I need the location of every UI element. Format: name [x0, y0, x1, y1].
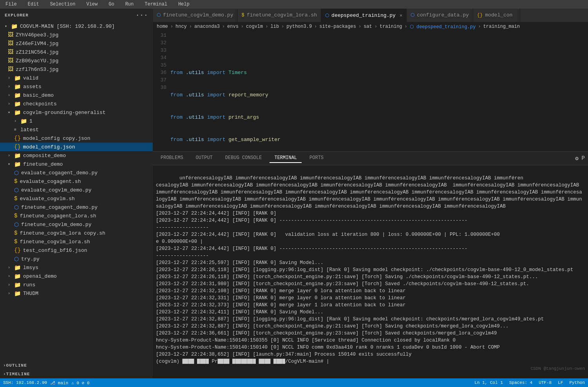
py-icon: ⬡	[411, 12, 414, 18]
folder-icon: 📁	[14, 264, 21, 271]
sidebar-item-assets[interactable]: › 📁 assets	[0, 82, 153, 91]
tab-finetune-cogvlm-lora[interactable]: $ finetune_cogvlm_lora.sh	[237, 9, 321, 22]
list-item[interactable]: 🖼 zZ46eFlVM4.jpg	[0, 39, 153, 48]
breadcrumb-python39[interactable]: python3.9	[286, 24, 312, 29]
sidebar-item-checkpoints[interactable]: › 📁 checkpoints	[0, 99, 153, 108]
sidebar-item-openai-demo[interactable]: › 📁 openai_demo	[0, 272, 153, 280]
image-icon: 🖼	[8, 32, 13, 38]
code-line-34: from .utils import print_args	[170, 114, 588, 121]
more-icon[interactable]: ···	[136, 12, 148, 19]
breadcrumb-lib[interactable]: lib	[270, 24, 279, 29]
encoding-indicator[interactable]: UTF-8	[539, 380, 552, 385]
list-item[interactable]: ⬡ finetune_cogvlm_demo.py	[0, 220, 153, 229]
list-item[interactable]: $ finetune_cogagent_lora.sh	[0, 212, 153, 220]
menu-item-go[interactable]: Go	[106, 1, 116, 8]
breadcrumb-anaconda3[interactable]: anaconda3	[194, 24, 220, 29]
terminal-body[interactable]: unférencesalogyIAB immunférencesalogyIAB…	[153, 165, 588, 378]
tab-output[interactable]: OUTPUT	[191, 154, 217, 163]
root-folder[interactable]: ▾ 📁 COGVLM-MAIN [SSH: 192.168.2.90]	[0, 22, 153, 31]
line-ending-indicator[interactable]: LF	[558, 380, 563, 385]
line-col-indicator[interactable]: Ln 1, Col 1	[474, 380, 503, 385]
list-item[interactable]: ⬡ evaluate_cogvlm_demo.py	[0, 186, 153, 194]
spaces-indicator[interactable]: Spaces: 4	[509, 380, 532, 385]
menu-item-file[interactable]: File	[3, 1, 19, 8]
list-item[interactable]: {} test_config_bf16.json	[0, 246, 153, 255]
folder-name: runs	[23, 282, 35, 288]
menu-item-run[interactable]: Run	[123, 1, 136, 8]
sidebar-item-1[interactable]: › 📁 1	[0, 117, 153, 125]
sidebar-content: ▾ 📁 COGVLM-MAIN [SSH: 192.168.2.90] 🖼 ZY…	[0, 22, 153, 361]
tab-terminal[interactable]: TERMINAL	[270, 154, 302, 163]
breadcrumb-envs[interactable]: envs	[227, 24, 239, 29]
bottom-bar: SSH: 192.168.2.90 ⎇ main ⚠ 0 ⊘ 0 Ln 1, C…	[0, 378, 588, 387]
close-icon[interactable]: ✕	[400, 13, 402, 18]
sidebar-item-latest[interactable]: ≡ latest	[0, 125, 153, 134]
expand-icon[interactable]: P	[582, 155, 585, 161]
folder-icon: 📁	[14, 152, 21, 159]
breadcrumb-file[interactable]: ⬡ deepspeed_training.py	[410, 24, 476, 30]
list-item[interactable]: $ evaluate_cogvlm.sh	[0, 194, 153, 203]
file-name: finetune_cogagent_demo.py	[21, 204, 98, 210]
root-label: COGVLM-MAIN [SSH: 192.168.2.90]	[20, 24, 115, 29]
list-item[interactable]: 🖼 zZ121NC564.jpg	[0, 48, 153, 56]
sidebar-item-finetune-demo[interactable]: ▾ 📁 finetune_demo	[0, 160, 153, 168]
ssh-indicator[interactable]: SSH: 192.168.2.90	[3, 380, 47, 385]
chevron-right-icon: ›	[8, 154, 13, 158]
chevron-right-icon: ›	[8, 85, 13, 89]
image-icon: 🖼	[8, 66, 13, 72]
tab-configure-data[interactable]: ⬡ configure_data.py	[407, 9, 473, 22]
list-item[interactable]: ⬡ evaluate_cogagent_demo.py	[0, 168, 153, 177]
tab-ports[interactable]: PORTS	[305, 154, 328, 163]
menu-item-terminal[interactable]: Terminal	[142, 1, 170, 8]
branch-indicator[interactable]: ⎇ main	[50, 380, 68, 385]
tab-problems[interactable]: PROBLEMS	[156, 154, 188, 163]
py-icon: ⬡	[14, 187, 19, 194]
breadcrumb-cogvlm[interactable]: cogvlm	[246, 24, 263, 29]
tab-finetune-cogvlm-demo[interactable]: ⬡ finetune_cogvlm_demo.py	[153, 9, 237, 22]
py-icon: ⬡	[14, 221, 19, 228]
sidebar-item-composite-demo[interactable]: › 📁 composite_demo	[0, 151, 153, 160]
menu-item-help[interactable]: Help	[176, 1, 192, 8]
tab-deepspeed-training[interactable]: ⬡ deepspeed_training.py ✕	[321, 9, 407, 22]
list-item[interactable]: 🖼 zzfl7h6nS3.jpg	[0, 65, 153, 74]
tab-model-con[interactable]: {} model_con	[473, 9, 520, 22]
errors-indicator[interactable]: ⚠ 0 ⊘ 0	[71, 380, 89, 385]
sidebar-item-model-config-copy[interactable]: {} model_config copy.json	[0, 134, 153, 143]
list-item[interactable]: 🖼 ZzB06yacYU.jpg	[0, 56, 153, 65]
gear-icon[interactable]: ⚙	[575, 155, 578, 162]
list-item[interactable]: ⬡ finetune_cogagent_demo.py	[0, 203, 153, 212]
code-lines: from .utils import Timers from .utils im…	[170, 31, 588, 151]
sidebar-item-model-config[interactable]: {} model_config.json	[0, 143, 153, 151]
sidebar-item-valid[interactable]: › 📁 valid	[0, 74, 153, 82]
breadcrumb-hncy[interactable]: hncy	[175, 24, 187, 29]
sidebar-item-thudm[interactable]: › 📁 THUDM	[0, 289, 153, 298]
breadcrumb-sat[interactable]: sat	[364, 24, 372, 29]
sidebar-item-basic-demo[interactable]: › 📁 basic_demo	[0, 91, 153, 99]
menu-item-edit[interactable]: Edit	[25, 1, 42, 8]
breadcrumb-home[interactable]: home	[157, 24, 168, 29]
sidebar-item-runs[interactable]: › 📁 runs	[0, 280, 153, 289]
sidebar-item-lmsys[interactable]: › 📁 lmsys	[0, 263, 153, 272]
timeline-section[interactable]: › TIMELINE	[0, 370, 153, 378]
list-item[interactable]: $ evaluate_cogagent.sh	[0, 177, 153, 186]
code-line-33: from .utils import report_memory	[170, 91, 588, 99]
breadcrumb-training[interactable]: training	[380, 24, 402, 29]
breadcrumb-symbol[interactable]: training_main	[483, 24, 520, 29]
terminal-tab-bar: PROBLEMS OUTPUT DEBUG CONSOLE TERMINAL P…	[153, 152, 588, 165]
list-item[interactable]: $ finetune_cogvlm_lora.sh	[0, 237, 153, 246]
sh-icon: $	[14, 239, 17, 245]
folder-name: openai_demo	[23, 273, 57, 279]
folder-icon: 📁	[14, 161, 21, 168]
tab-debug-console[interactable]: DEBUG CONSOLE	[221, 154, 267, 163]
menu-item-selection[interactable]: Selection	[48, 1, 78, 8]
breadcrumb-site-packages[interactable]: site-packages	[319, 24, 356, 29]
menu-item-view[interactable]: View	[84, 1, 100, 8]
list-item[interactable]: $ finetune_cogvlm_lora copy.sh	[0, 229, 153, 237]
sidebar-item-cogvlm-grounding[interactable]: ▾ 📁 cogvlm-grounding-generalist	[0, 108, 153, 117]
outline-section[interactable]: › OUTLINE	[0, 361, 153, 370]
list-item[interactable]: ⬡ try.py	[0, 255, 153, 263]
code-editor[interactable]: 31 32 33 34 35 36 37 38 from .utils impo…	[153, 31, 588, 151]
language-indicator[interactable]: Python	[569, 380, 585, 385]
file-name: latest	[20, 127, 39, 133]
list-item[interactable]: 🖼 ZYhV46pee3.jpg	[0, 31, 153, 39]
